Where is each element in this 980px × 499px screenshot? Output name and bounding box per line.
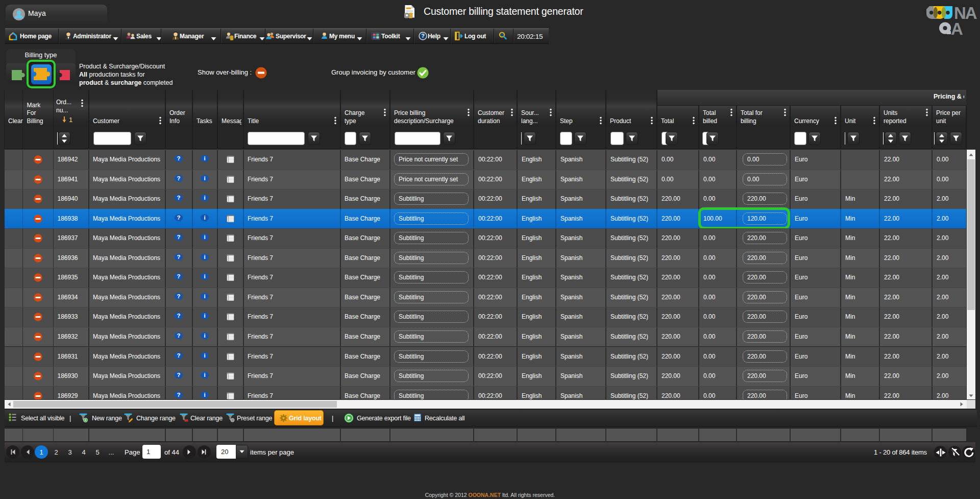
svg-text:i: i — [204, 215, 205, 221]
svg-text:?: ? — [177, 234, 180, 240]
svg-text:i: i — [204, 293, 205, 299]
svg-text:?: ? — [177, 175, 180, 181]
svg-text:?: ? — [177, 155, 180, 161]
svg-text:?: ? — [177, 254, 180, 260]
svg-text:i: i — [204, 195, 205, 201]
svg-text:i: i — [204, 254, 205, 260]
svg-text:i: i — [204, 392, 205, 398]
svg-text:?: ? — [177, 195, 180, 201]
svg-text:?: ? — [177, 273, 180, 279]
svg-text:i: i — [204, 372, 205, 378]
svg-text:?: ? — [177, 313, 180, 319]
svg-text:?: ? — [177, 352, 180, 359]
svg-text:i: i — [204, 155, 205, 161]
svg-text:?: ? — [421, 33, 425, 39]
svg-text:i: i — [204, 234, 205, 240]
svg-text:i: i — [204, 352, 205, 359]
svg-text:i: i — [204, 175, 205, 181]
svg-text:A: A — [951, 19, 963, 35]
svg-text:i: i — [204, 313, 205, 319]
svg-text:i: i — [204, 332, 205, 339]
svg-text:?: ? — [177, 372, 180, 378]
svg-text:i: i — [204, 273, 205, 279]
svg-text:?: ? — [177, 392, 180, 398]
svg-text:?: ? — [177, 332, 180, 339]
svg-text:?: ? — [177, 293, 180, 299]
svg-text:?: ? — [177, 215, 180, 221]
